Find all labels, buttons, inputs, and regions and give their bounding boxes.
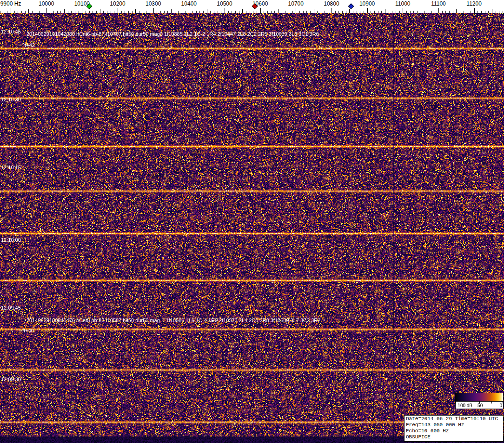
- spectrogram-canvas: [0, 13, 504, 443]
- ruler-tick-medium: [421, 9, 421, 13]
- ruler-tick-medium: [456, 9, 457, 13]
- ruler-tick-major: [11, 8, 11, 13]
- colorbar-tick: [479, 402, 480, 403]
- marker-diamond-blue[interactable]: [348, 3, 354, 9]
- ruler-tick-medium: [100, 9, 100, 13]
- ruler-tick-major: [46, 8, 47, 13]
- colorbar: -100 dB -50 0: [455, 393, 504, 409]
- freq-tick-label: 10000: [39, 0, 54, 7]
- colorbar-tick: [503, 402, 503, 403]
- ruler-tick-medium: [64, 9, 65, 13]
- info-echo-offset: Echo=10 600 Hz: [406, 428, 502, 434]
- freq-tick-label: 9900 Hz: [0, 0, 21, 7]
- freq-tick-label: 11000: [395, 0, 410, 7]
- colorbar-label-max: 0: [499, 403, 502, 408]
- colorbar-tick: [468, 402, 468, 403]
- freq-tick-label: 10700: [288, 0, 304, 7]
- ruler-tick-major: [118, 8, 118, 13]
- ruler-tick-medium: [492, 9, 492, 13]
- ruler-tick-major: [82, 8, 82, 13]
- station-info-box: Date=2014-06-29 Time=10:10 UTC Freq=143 …: [404, 415, 504, 442]
- ruler-tick-major: [403, 8, 403, 13]
- freq-tick-label: 10200: [110, 0, 125, 7]
- ruler-tick-major: [189, 8, 189, 13]
- colorbar-tick: [456, 402, 456, 403]
- freq-tick-label: 11100: [431, 0, 446, 7]
- freq-tick-label: 11200: [466, 0, 481, 7]
- colorbar-label-mid: -50: [476, 403, 483, 408]
- ruler-tick-major: [260, 8, 261, 13]
- info-date-time: Date=2014-06-29 Time=10:10 UTC: [406, 416, 502, 422]
- ruler-tick-major: [153, 8, 154, 13]
- colorbar-scale: -100 dB -50 0: [455, 402, 504, 409]
- ruler-tick-medium: [314, 9, 314, 13]
- frequency-ruler: 9900 Hz100001010010200103001040010500106…: [0, 0, 504, 13]
- freq-tick-label: 10800: [324, 0, 339, 7]
- colorbar-gradient: [455, 393, 504, 402]
- freq-tick-label: 10500: [217, 0, 232, 7]
- meteor-spectrogram-app: 9900 Hz100001010010200103001040010500106…: [0, 0, 504, 443]
- ruler-tick-major: [296, 8, 296, 13]
- freq-tick-label: 10400: [181, 0, 197, 7]
- ruler-tick-major: [367, 8, 368, 13]
- ruler-tick-major: [474, 8, 475, 13]
- info-station-name: OBSUPICE: [406, 434, 502, 440]
- colorbar-tick: [491, 402, 492, 403]
- ruler-tick-medium: [385, 9, 385, 13]
- ruler-tick-major: [332, 8, 332, 13]
- ruler-tick-medium: [171, 9, 172, 13]
- freq-tick-label: 10900: [359, 0, 375, 7]
- colorbar-label-min: -100 dB: [456, 403, 472, 408]
- ruler-tick-medium: [207, 9, 207, 13]
- ruler-tick-medium: [135, 9, 136, 13]
- ruler-tick-major: [225, 8, 225, 13]
- ruler-tick-medium: [242, 9, 243, 13]
- ruler-tick-medium: [28, 9, 29, 13]
- ruler-tick-major: [438, 8, 439, 13]
- ruler-tick-medium: [349, 9, 350, 13]
- freq-tick-label: 10300: [146, 0, 161, 7]
- ruler-tick-medium: [278, 9, 279, 13]
- info-frequency: Freq=143 050 000 Hz: [406, 422, 502, 428]
